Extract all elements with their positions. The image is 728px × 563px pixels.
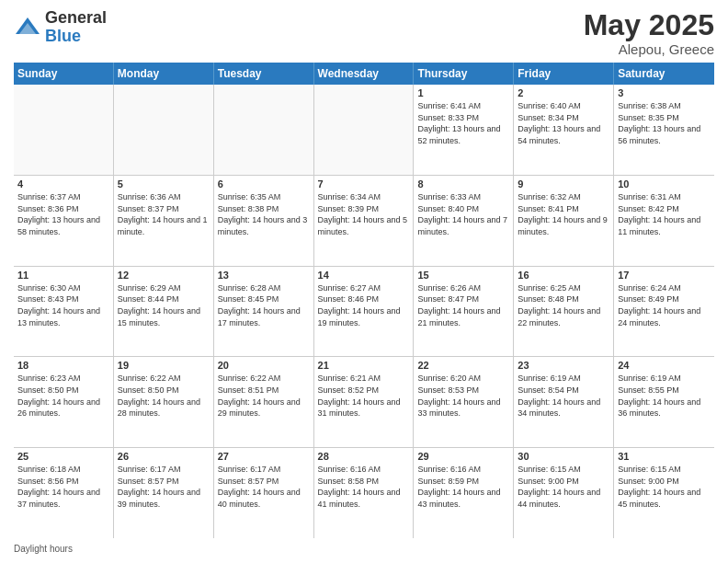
day-detail: Sunrise: 6:18 AM Sunset: 8:56 PM Dayligh… (17, 464, 109, 510)
day-cell-11: 11Sunrise: 6:30 AM Sunset: 8:43 PM Dayli… (14, 267, 114, 357)
week-row-3: 18Sunrise: 6:23 AM Sunset: 8:50 PM Dayli… (14, 357, 714, 448)
logo-general: General (45, 9, 107, 28)
day-detail: Sunrise: 6:17 AM Sunset: 8:57 PM Dayligh… (218, 464, 310, 510)
day-number: 9 (518, 178, 609, 190)
day-detail: Sunrise: 6:38 AM Sunset: 8:35 PM Dayligh… (618, 100, 711, 146)
day-cell-20: 20Sunrise: 6:22 AM Sunset: 8:51 PM Dayli… (214, 357, 314, 447)
title-month: May 2025 (584, 9, 714, 41)
week-row-2: 11Sunrise: 6:30 AM Sunset: 8:43 PM Dayli… (14, 267, 714, 358)
day-detail: Sunrise: 6:29 AM Sunset: 8:44 PM Dayligh… (118, 282, 210, 328)
logo-text: General Blue (45, 9, 107, 46)
day-detail: Sunrise: 6:21 AM Sunset: 8:52 PM Dayligh… (318, 373, 410, 419)
day-cell-6: 6Sunrise: 6:35 AM Sunset: 8:38 PM Daylig… (214, 176, 314, 266)
day-cell-9: 9Sunrise: 6:32 AM Sunset: 8:41 PM Daylig… (514, 176, 614, 266)
day-detail: Sunrise: 6:15 AM Sunset: 9:00 PM Dayligh… (518, 464, 609, 510)
empty-cell (14, 85, 114, 175)
day-cell-10: 10Sunrise: 6:31 AM Sunset: 8:42 PM Dayli… (614, 176, 714, 266)
day-detail: Sunrise: 6:23 AM Sunset: 8:50 PM Dayligh… (17, 373, 109, 419)
day-cell-23: 23Sunrise: 6:19 AM Sunset: 8:54 PM Dayli… (514, 357, 614, 447)
day-detail: Sunrise: 6:16 AM Sunset: 8:59 PM Dayligh… (417, 464, 509, 510)
day-cell-17: 17Sunrise: 6:24 AM Sunset: 8:49 PM Dayli… (614, 267, 714, 357)
header: General Blue May 2025 Alepou, Greece (14, 9, 714, 57)
day-detail: Sunrise: 6:41 AM Sunset: 8:33 PM Dayligh… (417, 100, 509, 146)
day-detail: Sunrise: 6:33 AM Sunset: 8:40 PM Dayligh… (417, 191, 509, 237)
week-row-1: 4Sunrise: 6:37 AM Sunset: 8:36 PM Daylig… (14, 176, 714, 267)
day-number: 18 (17, 360, 109, 371)
day-cell-24: 24Sunrise: 6:19 AM Sunset: 8:55 PM Dayli… (614, 357, 714, 447)
day-detail: Sunrise: 6:19 AM Sunset: 8:55 PM Dayligh… (618, 373, 711, 419)
day-cell-3: 3Sunrise: 6:38 AM Sunset: 8:35 PM Daylig… (614, 85, 714, 175)
day-detail: Sunrise: 6:17 AM Sunset: 8:57 PM Dayligh… (118, 464, 210, 510)
day-detail: Sunrise: 6:16 AM Sunset: 8:58 PM Dayligh… (318, 464, 410, 510)
day-detail: Sunrise: 6:22 AM Sunset: 8:51 PM Dayligh… (218, 373, 310, 419)
day-detail: Sunrise: 6:32 AM Sunset: 8:41 PM Dayligh… (518, 191, 609, 237)
week-row-0: 1Sunrise: 6:41 AM Sunset: 8:33 PM Daylig… (14, 85, 714, 176)
day-detail: Sunrise: 6:37 AM Sunset: 8:36 PM Dayligh… (17, 191, 109, 237)
day-number: 1 (417, 87, 509, 98)
day-cell-7: 7Sunrise: 6:34 AM Sunset: 8:39 PM Daylig… (314, 176, 415, 266)
day-cell-14: 14Sunrise: 6:27 AM Sunset: 8:46 PM Dayli… (314, 267, 415, 357)
day-detail: Sunrise: 6:35 AM Sunset: 8:38 PM Dayligh… (218, 191, 310, 237)
day-detail: Sunrise: 6:31 AM Sunset: 8:42 PM Dayligh… (618, 191, 711, 237)
header-day-wednesday: Wednesday (314, 63, 415, 85)
title-location: Alepou, Greece (584, 41, 714, 57)
logo: General Blue (14, 9, 107, 46)
day-number: 27 (218, 451, 310, 462)
day-number: 2 (518, 87, 609, 98)
day-number: 19 (118, 360, 210, 371)
day-cell-25: 25Sunrise: 6:18 AM Sunset: 8:56 PM Dayli… (14, 448, 114, 538)
day-number: 3 (618, 87, 711, 98)
empty-cell (314, 85, 415, 175)
day-cell-22: 22Sunrise: 6:20 AM Sunset: 8:53 PM Dayli… (414, 357, 514, 447)
day-cell-16: 16Sunrise: 6:25 AM Sunset: 8:48 PM Dayli… (514, 267, 614, 357)
day-detail: Sunrise: 6:20 AM Sunset: 8:53 PM Dayligh… (417, 373, 509, 419)
day-number: 28 (318, 451, 410, 462)
day-cell-2: 2Sunrise: 6:40 AM Sunset: 8:34 PM Daylig… (514, 85, 614, 175)
day-cell-30: 30Sunrise: 6:15 AM Sunset: 9:00 PM Dayli… (514, 448, 614, 538)
day-detail: Sunrise: 6:15 AM Sunset: 9:00 PM Dayligh… (618, 464, 711, 510)
day-number: 12 (118, 270, 210, 281)
logo-icon (14, 14, 41, 41)
day-number: 31 (618, 451, 711, 462)
week-row-4: 25Sunrise: 6:18 AM Sunset: 8:56 PM Dayli… (14, 448, 714, 538)
footer-text: Daylight hours (14, 544, 73, 554)
day-number: 25 (17, 451, 109, 462)
day-cell-26: 26Sunrise: 6:17 AM Sunset: 8:57 PM Dayli… (114, 448, 214, 538)
day-number: 22 (417, 360, 509, 371)
day-number: 14 (318, 270, 410, 281)
day-number: 24 (618, 360, 711, 371)
day-detail: Sunrise: 6:30 AM Sunset: 8:43 PM Dayligh… (17, 282, 109, 328)
day-cell-13: 13Sunrise: 6:28 AM Sunset: 8:45 PM Dayli… (214, 267, 314, 357)
header-day-sunday: Sunday (14, 63, 114, 85)
day-detail: Sunrise: 6:25 AM Sunset: 8:48 PM Dayligh… (518, 282, 609, 328)
header-day-thursday: Thursday (414, 63, 514, 85)
day-number: 4 (17, 178, 109, 190)
day-cell-4: 4Sunrise: 6:37 AM Sunset: 8:36 PM Daylig… (14, 176, 114, 266)
day-cell-8: 8Sunrise: 6:33 AM Sunset: 8:40 PM Daylig… (414, 176, 514, 266)
day-number: 8 (417, 178, 509, 190)
day-number: 17 (618, 270, 711, 281)
header-day-tuesday: Tuesday (214, 63, 314, 85)
empty-cell (214, 85, 314, 175)
day-number: 29 (417, 451, 509, 462)
header-day-friday: Friday (514, 63, 614, 85)
day-number: 30 (518, 451, 609, 462)
day-number: 13 (218, 270, 310, 281)
day-cell-28: 28Sunrise: 6:16 AM Sunset: 8:58 PM Dayli… (314, 448, 415, 538)
day-cell-5: 5Sunrise: 6:36 AM Sunset: 8:37 PM Daylig… (114, 176, 214, 266)
day-cell-15: 15Sunrise: 6:26 AM Sunset: 8:47 PM Dayli… (414, 267, 514, 357)
day-cell-31: 31Sunrise: 6:15 AM Sunset: 9:00 PM Dayli… (614, 448, 714, 538)
day-detail: Sunrise: 6:24 AM Sunset: 8:49 PM Dayligh… (618, 282, 711, 328)
empty-cell (114, 85, 214, 175)
footer: Daylight hours (14, 544, 714, 554)
day-detail: Sunrise: 6:28 AM Sunset: 8:45 PM Dayligh… (218, 282, 310, 328)
day-number: 11 (17, 270, 109, 281)
day-detail: Sunrise: 6:22 AM Sunset: 8:50 PM Dayligh… (118, 373, 210, 419)
day-number: 5 (118, 178, 210, 190)
day-detail: Sunrise: 6:34 AM Sunset: 8:39 PM Dayligh… (318, 191, 410, 237)
day-number: 16 (518, 270, 609, 281)
calendar-header: SundayMondayTuesdayWednesdayThursdayFrid… (14, 63, 714, 85)
day-number: 26 (118, 451, 210, 462)
day-detail: Sunrise: 6:36 AM Sunset: 8:37 PM Dayligh… (118, 191, 210, 237)
header-day-monday: Monday (114, 63, 214, 85)
